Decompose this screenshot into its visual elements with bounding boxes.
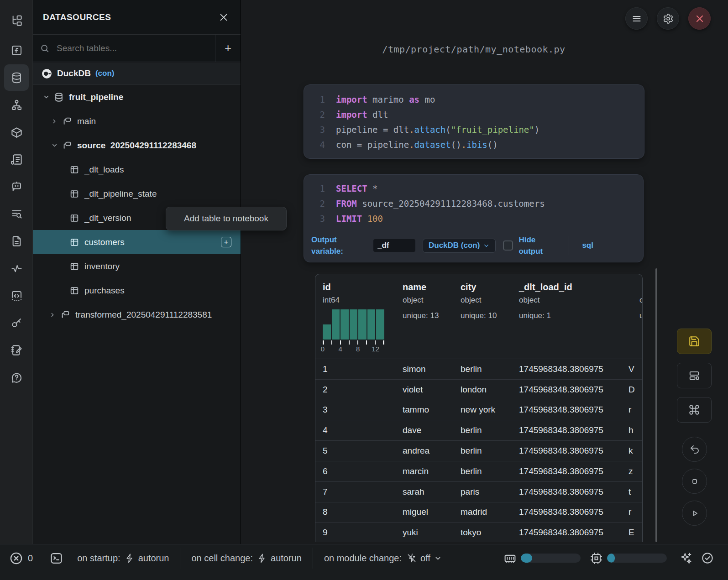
add-datasource-button[interactable]: + xyxy=(215,35,241,62)
settings-button[interactable] xyxy=(657,7,679,30)
table-icon xyxy=(69,237,79,247)
add-table-to-notebook-button[interactable]: + xyxy=(221,237,231,247)
column-header-id[interactable]: id int64 04812 xyxy=(323,282,403,359)
hide-output-checkbox[interactable] xyxy=(503,240,513,251)
table-row[interactable]: 1simonberlin1745968348.3806975V xyxy=(315,359,642,379)
snippets-icon[interactable] xyxy=(7,287,26,305)
functions-icon[interactable] xyxy=(7,41,26,59)
table-row[interactable]: 4daveberlin1745968348.3806975h xyxy=(315,420,642,440)
layout-button[interactable] xyxy=(677,363,712,388)
help-icon[interactable] xyxy=(7,368,26,387)
output-variable-input[interactable] xyxy=(373,239,415,252)
line-number: 3 xyxy=(304,125,325,135)
chevron-right-icon xyxy=(49,118,59,125)
column-header-city[interactable]: city object unique: 10 xyxy=(461,282,519,359)
floppy-save-icon xyxy=(688,335,700,347)
file-tree-icon[interactable] xyxy=(7,11,26,30)
chevron-down-icon xyxy=(41,94,51,100)
search-input[interactable] xyxy=(57,43,215,53)
close-icon xyxy=(694,13,705,24)
notebook-scrollbar[interactable] xyxy=(655,268,657,542)
query-result-table[interactable]: id int64 04812 name object unique: 13 ci… xyxy=(315,274,643,542)
table-row[interactable]: 3tammonew york1745968348.3806975r xyxy=(315,400,642,420)
table-icon xyxy=(69,261,79,272)
tree-database-fruit-pipeline[interactable]: fruit_pipeline xyxy=(33,85,241,109)
zap-icon xyxy=(257,553,267,564)
footer-divider xyxy=(569,236,569,255)
tree-table-dlt-pipeline-state[interactable]: _dlt_pipeline_state xyxy=(33,182,241,206)
code-line[interactable]: LIMIT 100 xyxy=(336,214,383,224)
table-row[interactable]: 9yukitokyo1745968348.3806975E xyxy=(315,522,642,542)
datasources-icon[interactable] xyxy=(7,68,26,87)
language-badge-sql: sql xyxy=(582,240,593,251)
engine-selector-dropdown[interactable]: DuckDB (con) xyxy=(423,239,496,253)
datasources-panel: DATASOURCES + DuckDB (con) fruit_pipelin… xyxy=(33,0,241,544)
connected-check-icon[interactable] xyxy=(701,551,714,565)
statusbar-divider xyxy=(313,548,313,569)
table-row[interactable]: 5andreaberlin1745968348.3806975k xyxy=(315,440,642,461)
sql-cell[interactable]: 1SELECT * 2FROM source_20250429111228346… xyxy=(304,174,644,262)
secrets-icon[interactable] xyxy=(7,314,26,332)
errors-icon[interactable] xyxy=(9,551,23,565)
gear-icon xyxy=(663,13,674,24)
tree-schema-source[interactable]: source_202504291112283468 xyxy=(33,133,241,157)
ai-sparkles-icon[interactable] xyxy=(680,551,693,565)
scratchpad-icon[interactable] xyxy=(7,341,26,359)
stop-button[interactable] xyxy=(682,469,707,494)
play-icon xyxy=(689,508,700,519)
cpu-usage-fill xyxy=(607,554,615,563)
chevron-right-icon xyxy=(47,312,58,318)
marimo-app: DATASOURCES + DuckDB (con) fruit_pipelin… xyxy=(0,0,728,580)
close-app-button[interactable] xyxy=(688,7,711,30)
table-icon xyxy=(69,286,79,296)
tracing-icon[interactable] xyxy=(7,259,26,277)
save-button[interactable] xyxy=(677,329,712,354)
menu-button[interactable] xyxy=(625,7,648,30)
ai-chat-icon[interactable] xyxy=(7,177,26,195)
table-row[interactable]: 6marcinberlin1745968348.3806975z xyxy=(315,461,642,481)
chevron-down-icon xyxy=(483,242,490,249)
undo-button[interactable] xyxy=(682,437,707,462)
line-number: 3 xyxy=(304,214,325,224)
command-icon xyxy=(688,404,700,416)
chevron-down-icon xyxy=(434,554,442,562)
code-line[interactable]: con = pipeline.dataset().ibis() xyxy=(336,140,498,150)
cpu-icon xyxy=(590,552,603,565)
table-row[interactable]: 8miguelmadrid1745968348.3806975r xyxy=(315,502,642,523)
tree-schema-main[interactable]: main xyxy=(33,109,241,133)
id-histogram: 04812 xyxy=(323,309,384,353)
packages-icon[interactable] xyxy=(7,123,26,141)
code-cell-python[interactable]: 1import marimo as mo 2import dlt 3pipeli… xyxy=(304,84,644,159)
column-header-dlt-load-id[interactable]: _dlt_load_id object unique: 1 xyxy=(519,282,628,359)
code-line[interactable]: import marimo as mo xyxy=(336,94,435,105)
tree-schema-transformed[interactable]: transformed_202504291112283581 xyxy=(33,303,241,327)
database-icon xyxy=(54,92,64,102)
id-histogram-bars xyxy=(323,309,384,340)
hamburger-menu-icon xyxy=(631,13,642,24)
command-palette-button[interactable] xyxy=(677,397,712,423)
panel-close-icon[interactable] xyxy=(217,10,230,24)
code-line[interactable]: import dlt xyxy=(336,110,388,120)
terminal-icon[interactable] xyxy=(49,551,63,565)
tree-table-customers-selected[interactable]: customers + xyxy=(33,230,241,254)
code-line[interactable]: SELECT * xyxy=(336,183,378,193)
dependencies-icon[interactable] xyxy=(7,96,26,114)
on-startup-setting[interactable]: on startup: autorun xyxy=(77,553,169,564)
engine-row-duckdb[interactable]: DuckDB (con) xyxy=(33,63,241,85)
code-line[interactable]: pipeline = dlt.attach("fruit_pipeline") xyxy=(336,125,539,135)
documentation-icon[interactable] xyxy=(7,232,26,250)
on-module-change-setting[interactable]: on module change: off xyxy=(324,553,442,564)
line-number: 1 xyxy=(304,183,325,193)
run-button[interactable] xyxy=(682,501,707,526)
logs-icon[interactable] xyxy=(7,150,26,168)
search-logs-icon[interactable] xyxy=(7,204,26,223)
table-row[interactable]: 7sarahparis1745968348.3806975t xyxy=(315,481,642,502)
tree-table-dlt-loads[interactable]: _dlt_loads xyxy=(33,157,241,182)
tree-table-purchases[interactable]: purchases xyxy=(33,278,241,303)
on-cell-change-setting[interactable]: on cell change: autorun xyxy=(191,553,301,564)
column-header-name[interactable]: name object unique: 13 xyxy=(403,282,461,359)
line-number: 2 xyxy=(304,110,325,120)
tree-table-inventory[interactable]: inventory xyxy=(33,254,241,278)
code-line[interactable]: FROM source_202504291112283468.customers xyxy=(336,199,545,209)
table-row[interactable]: 2violetlondon1745968348.3806975D xyxy=(315,379,642,400)
